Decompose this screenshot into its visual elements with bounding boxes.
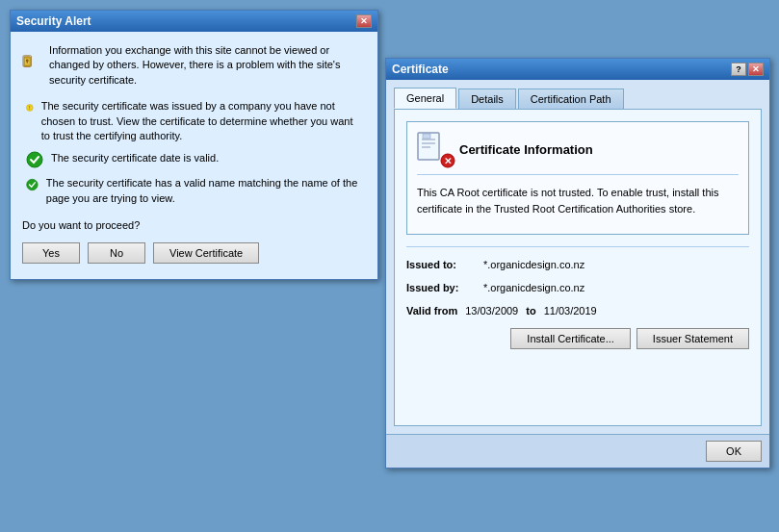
security-shield-icon	[22, 43, 39, 80]
cert-issued-to-value: *.organicdesign.co.nz	[483, 259, 584, 270]
cert-issued-by-value: *.organicdesign.co.nz	[483, 282, 584, 293]
cert-close-button[interactable]: ✕	[748, 63, 764, 76]
svg-rect-3	[27, 62, 28, 63]
cert-valid-to-value: 11/03/2019	[544, 305, 597, 317]
no-button[interactable]: No	[88, 242, 145, 264]
cert-valid-from-value: 13/03/2009	[465, 305, 518, 317]
security-alert-titlebar: Security Alert ✕	[11, 11, 377, 32]
cert-titlebar-buttons: ? ✕	[731, 63, 764, 76]
cert-issued-by-label: Issued by:	[406, 282, 483, 293]
certificate-tabs: General Details Certification Path	[394, 88, 762, 109]
cert-help-button[interactable]: ?	[731, 63, 746, 76]
tab-general[interactable]: General	[394, 88, 456, 109]
cert-valid-from-label: Valid from	[406, 305, 457, 317]
security-alert-dialog: Security Alert ✕ Information you exchang…	[10, 10, 378, 280]
cert-valid-to-label: to	[526, 305, 535, 317]
cert-ok-button[interactable]: OK	[706, 441, 762, 462]
cert-info-header: ✕ Certificate Information	[417, 132, 739, 175]
cert-info-title: Certificate Information	[459, 142, 593, 157]
cert-ok-row: OK	[386, 434, 769, 468]
cert-action-row: Install Certificate... Issuer Statement	[406, 328, 749, 349]
alert-item-ok1-text: The security certificate date is valid.	[51, 151, 219, 165]
alert-item-warning-text: The security certificate was issued by a…	[41, 99, 362, 143]
check-icon-1	[26, 151, 43, 168]
alert-question: Do you want to proceed?	[22, 219, 366, 231]
certificate-title: Certificate	[392, 63, 449, 76]
svg-rect-13	[423, 134, 430, 139]
security-alert-body: Information you exchange with this site …	[11, 32, 377, 279]
cert-issued-by-field: Issued by: *.organicdesign.co.nz	[406, 282, 749, 293]
alert-main-row: Information you exchange with this site …	[22, 43, 366, 88]
close-button[interactable]: ✕	[356, 14, 372, 28]
titlebar-buttons: ✕	[356, 14, 372, 28]
alert-item-warning: ! The security certificate was issued by…	[26, 99, 362, 143]
alert-main-text: Information you exchange with this site …	[49, 43, 366, 88]
alert-items: ! The security certificate was issued by…	[22, 99, 366, 206]
tab-certification-path[interactable]: Certification Path	[518, 89, 624, 109]
alert-buttons: Yes No View Certificate	[22, 242, 366, 267]
tab-details[interactable]: Details	[458, 89, 516, 109]
yes-button[interactable]: Yes	[22, 242, 80, 264]
view-certificate-button[interactable]: View Certificate	[153, 242, 259, 264]
certificate-dialog: Certificate ? ✕ General Details Certific…	[385, 58, 770, 469]
alert-item-ok2-text: The security certificate has a valid nam…	[46, 176, 362, 206]
security-alert-title: Security Alert	[16, 14, 91, 28]
check-icon-2	[26, 176, 39, 193]
svg-text:✕: ✕	[444, 156, 452, 166]
svg-point-8	[27, 180, 38, 190]
cert-info-text: This CA Root certificate is not trusted.…	[417, 185, 739, 216]
cert-issued-to-label: Issued to:	[406, 259, 483, 270]
certificate-dialog-body: General Details Certification Path	[386, 80, 769, 434]
alert-item-ok1: The security certificate date is valid.	[26, 151, 362, 168]
cert-validity-field: Valid from 13/03/2009 to 11/03/2019	[406, 305, 749, 317]
issuer-statement-button[interactable]: Issuer Statement	[636, 328, 749, 349]
cert-icon-area: ✕	[417, 132, 452, 166]
cert-info-box: ✕ Certificate Information This CA Root c…	[406, 121, 749, 235]
certificate-content: ✕ Certificate Information This CA Root c…	[394, 109, 762, 426]
alert-item-ok2: The security certificate has a valid nam…	[26, 176, 362, 206]
cert-issued-to-field: Issued to: *.organicdesign.co.nz	[406, 259, 749, 270]
certificate-titlebar: Certificate ? ✕	[386, 59, 769, 80]
svg-point-7	[27, 152, 42, 167]
install-certificate-button[interactable]: Install Certificate...	[510, 328, 630, 349]
warning-icon: !	[26, 99, 34, 116]
cert-divider	[406, 246, 749, 247]
cert-error-icon: ✕	[440, 153, 455, 168]
